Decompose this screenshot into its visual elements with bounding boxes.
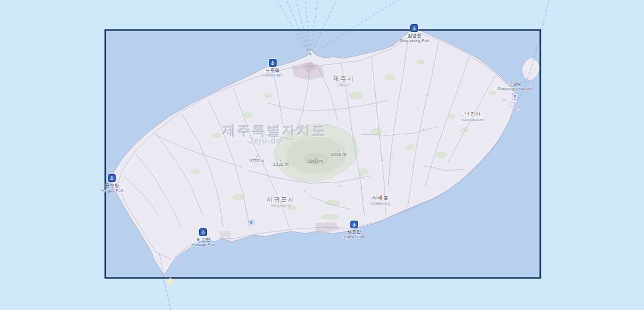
port-marker-yongsu: 용수항 Yongsu Port (101, 174, 123, 193)
port-marker-hahyo: 하효항 Hahyo Port (344, 221, 364, 240)
port-label-en: Hahyo Port (344, 235, 364, 239)
port-label-en: Hwasun Port (191, 242, 215, 247)
anchor-icon[interactable] (108, 174, 116, 182)
anchor-icon[interactable] (411, 24, 418, 32)
peak-name-ko: 자배봉 (372, 195, 389, 201)
city-name-en: Jeju-si (339, 83, 349, 87)
city-name-en: Seogwipo-si (271, 204, 291, 208)
port-label-ko: 김녕항 (408, 33, 422, 38)
peak-name-en: Jabaebong (370, 201, 391, 206)
port-label-ko: 도두항 (266, 68, 280, 73)
anchor-icon[interactable] (350, 221, 358, 228)
port-marker-gimnyeong: 김녕항 Gimnyeong Port (399, 24, 429, 43)
city-label-seogwipo: 서귀포시 Seogwipo-si (266, 196, 295, 208)
peak-name-ko: 남거산 (464, 111, 481, 117)
port-label-en: Yongsu Port (101, 188, 123, 193)
city-name-ko: 제주시 (333, 75, 355, 83)
port-marker-hwasun: 화순항 Hwasun Port (191, 228, 215, 247)
port-label-ko: 하효항 (347, 229, 361, 235)
elevation-label: 1950 m (308, 157, 323, 164)
city-name-ko: 서귀포시 (266, 196, 295, 204)
route-number-badge[interactable]: 0 (512, 93, 518, 100)
islet-label-gunyangnyeo: 구냥너 Gunyangnyeodislet 0 (497, 81, 533, 100)
port-label-ko: 용수항 (105, 183, 119, 188)
port-label-ko: 화순항 (196, 237, 210, 242)
peak-label-namgeosan: 남거산 Namgeosan (461, 111, 484, 122)
port-marker-dodu: 도두항 Dodu Port (263, 59, 282, 78)
elevation-label: 1215 m (331, 150, 346, 157)
anchor-icon[interactable] (199, 228, 207, 236)
elevation-label: 1070 m (249, 157, 264, 163)
city-label-jeju: 제주시 Jeju-si (333, 75, 355, 87)
port-label-en: Dodu Port (263, 73, 282, 78)
map-canvas[interactable]: 제주특별자치도 Jeju-do 김녕항 Gimnyeong Port 도두항 D… (0, 0, 644, 310)
port-label-en: Gimnyeong Port (399, 38, 429, 43)
islet-name-ko: 구냥너 (508, 81, 522, 86)
peak-name-en: Namgeosan (461, 117, 484, 122)
anchor-icon[interactable] (269, 59, 277, 67)
islet-name-en: Gunyangnyeodislet (497, 86, 533, 91)
region-watermark-en: Jeju-do (249, 136, 282, 146)
route-number-badge[interactable]: 0 (248, 216, 254, 226)
peak-label-jabaebong: 자배봉 Jabaebong (370, 195, 391, 206)
elevation-label: 1335 m (273, 160, 288, 167)
map-labels: 제주특별자치도 Jeju-do 김녕항 Gimnyeong Port 도두항 D… (0, 0, 644, 310)
